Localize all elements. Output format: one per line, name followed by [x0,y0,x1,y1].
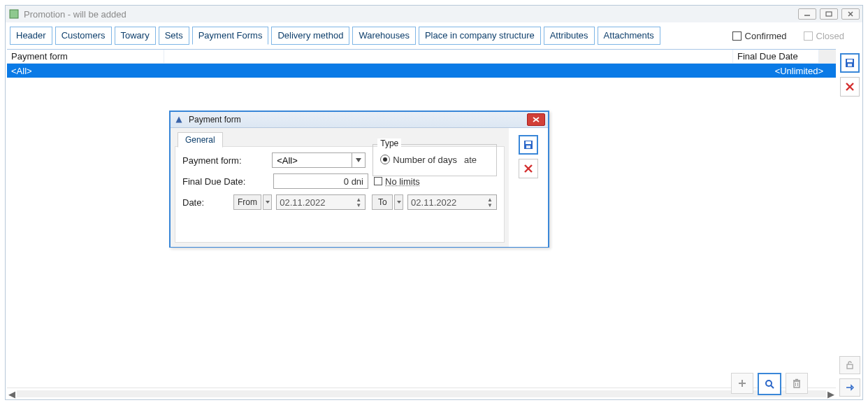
date-to-value: 02.11.2022 [411,197,486,208]
pin-button[interactable] [839,378,860,397]
dialog-form: Payment form: <All> Type Number of days … [175,146,505,243]
add-button[interactable] [731,373,753,394]
svg-marker-23 [356,158,361,162]
right-toolbar [837,49,862,399]
payment-form-value: <All> [273,155,352,166]
tab-attributes[interactable]: Attributes [544,27,595,45]
table-row[interactable]: <All> <Unlimited> [7,64,836,78]
vertical-scrollbar[interactable] [819,50,836,63]
close-button[interactable] [841,8,860,20]
date-to-input[interactable]: 02.11.2022 ▲▼ [407,194,497,210]
checkbox-icon [374,177,382,185]
maximize-button[interactable] [820,8,838,20]
no-limits-checkbox[interactable]: No limits [374,176,420,187]
cancel-button[interactable] [840,77,860,97]
svg-marker-20 [176,117,182,123]
svg-rect-19 [847,364,853,369]
final-due-date-label: Final Due Date: [182,176,273,187]
tab-customers[interactable]: Customers [55,27,112,45]
radio-label: Number of days [393,155,457,165]
dialog-cancel-button[interactable] [519,159,538,178]
save-button[interactable] [840,53,860,73]
closed-checkbox: Closed [804,31,844,41]
minimize-button[interactable] [798,8,816,20]
payment-form-label: Payment form: [182,155,272,166]
chevron-down-icon [352,153,365,167]
tab-header[interactable]: Header [10,27,52,45]
payment-form-combo[interactable]: <All> [272,152,366,168]
radio-label-trail: ate [464,155,477,165]
final-due-date-input[interactable]: 0 dni [273,173,368,189]
radio-icon [380,155,390,164]
tab-sets[interactable]: Sets [159,27,189,45]
date-from-button[interactable]: From [233,194,262,210]
date-from-dropdown[interactable] [263,194,272,210]
titlebar: Promotion - will be added [6,6,862,22]
tab-delivery-method[interactable]: Delivery method [271,27,349,45]
date-to-button[interactable]: To [372,194,393,210]
tabstrip: Header Customers Towary Sets Payment For… [6,22,862,49]
dialog-close-button[interactable] [527,113,545,126]
closed-label: Closed [816,31,844,41]
app-icon [8,8,20,20]
search-button[interactable] [758,373,781,395]
date-from-value: 02.11.2022 [280,197,355,208]
confirmed-label: Confirmed [745,31,787,41]
lock-button[interactable] [839,356,860,374]
date-to-dropdown[interactable] [394,194,403,210]
type-legend: Type [377,138,401,148]
svg-line-8 [771,385,774,388]
svg-rect-16 [848,64,852,66]
svg-rect-0 [10,10,18,18]
dialog-title: Payment form [189,115,527,125]
dialog-save-button[interactable] [519,135,538,155]
tab-attachments[interactable]: Attachments [598,27,660,45]
svg-rect-2 [826,12,832,16]
radio-number-of-days[interactable]: Number of days ate [380,155,477,165]
checkbox-icon [804,31,813,41]
type-fieldset: Type Number of days ate [372,144,497,176]
horizontal-scrollbar[interactable]: ◀ ▶ [7,388,836,399]
cell-payment-form: <All> [7,66,164,76]
delete-button[interactable] [786,373,808,394]
window-title: Promotion - will be added [24,9,798,20]
no-limits-label: No limits [385,176,420,187]
date-from-input[interactable]: 02.11.2022 ▲▼ [276,194,366,210]
column-header-payment-form[interactable]: Payment form [7,50,164,63]
tab-payment-forms[interactable]: Payment Forms [192,27,269,45]
dialog-titlebar: Payment form [171,112,548,128]
scroll-left-icon[interactable]: ◀ [7,389,17,399]
payment-form-dialog: Payment form General Payment form: <All> [169,111,549,248]
dialog-tab-general[interactable]: General [178,132,223,148]
column-header-final-due-date[interactable]: Final Due Date [733,50,819,63]
checkbox-icon [732,31,742,41]
svg-rect-27 [526,141,531,144]
date-to-spinner[interactable]: ▲▼ [486,197,493,208]
svg-point-7 [766,381,772,386]
svg-marker-24 [266,201,270,204]
svg-rect-15 [847,59,853,62]
dialog-icon [173,114,185,125]
tab-warehouses[interactable]: Warehouses [352,27,416,45]
confirmed-checkbox[interactable]: Confirmed [732,31,787,41]
dialog-right-toolbar [509,128,548,247]
scroll-right-icon[interactable]: ▶ [826,389,836,399]
tab-company-structure[interactable]: Place in company structure [419,27,541,45]
cell-final-due-date: <Unlimited> [742,66,827,76]
svg-marker-25 [397,201,401,204]
svg-rect-9 [794,381,800,388]
svg-rect-28 [526,145,530,148]
date-from-spinner[interactable]: ▲▼ [355,197,362,208]
date-label: Date: [182,197,233,208]
tab-towary[interactable]: Towary [115,27,156,45]
